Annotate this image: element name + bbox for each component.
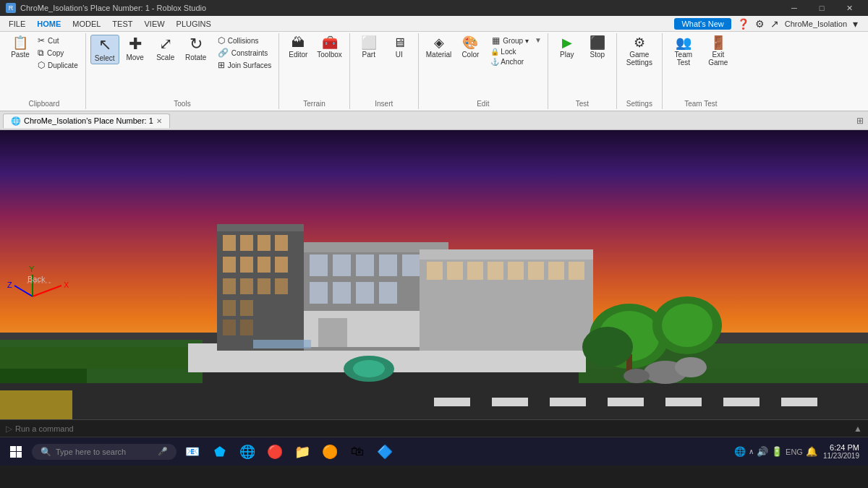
- svg-rect-53: [569, 262, 584, 280]
- menu-model[interactable]: MODEL: [67, 16, 106, 31]
- svg-rect-50: [508, 262, 524, 280]
- help-icon[interactable]: ❓: [736, 17, 751, 31]
- material-icon: ◈: [434, 36, 444, 49]
- svg-point-63: [582, 327, 633, 367]
- toolbox-button[interactable]: 🧰 Toolbox: [314, 35, 344, 60]
- viewport-tab[interactable]: 🌐 ChroMe_Isolation's Place Number: 1 ✕: [3, 114, 170, 128]
- lock-button[interactable]: 🔒 Lock: [489, 47, 532, 56]
- scene-svg: X Z Y Back: [0, 130, 868, 419]
- svg-rect-23: [275, 257, 288, 273]
- group-button[interactable]: ▦ Group ▾: [489, 35, 532, 46]
- tray-language-icon[interactable]: ENG: [786, 448, 803, 456]
- svg-rect-41: [333, 282, 351, 304]
- user-dropdown-icon[interactable]: ▾: [851, 17, 859, 31]
- tab-expand-button[interactable]: ⊞: [855, 114, 865, 127]
- terrain-group: 🏔 Editor 🧰 Toolbox Terrain: [279, 33, 349, 109]
- commandbar: ▷ ▲: [0, 419, 868, 437]
- taskbar-app-files[interactable]: 📁: [289, 439, 315, 465]
- join-surfaces-button[interactable]: ⊞ Join Surfaces: [215, 59, 275, 71]
- svg-rect-55: [318, 318, 347, 347]
- svg-rect-6: [550, 398, 586, 406]
- menu-plugins[interactable]: PLUGINS: [171, 16, 217, 31]
- brand-icon: 🟠: [322, 444, 338, 460]
- ribbon-content: 📋 Paste ✂ Cut ⧉ Copy ⬡ Duplicate: [0, 32, 868, 111]
- settings-icon[interactable]: ⚙: [754, 17, 766, 31]
- ui-button[interactable]: 🖥 UI: [385, 35, 414, 60]
- svg-rect-28: [223, 300, 236, 316]
- taskbar-time[interactable]: 6:24 PM 11/23/2019: [823, 443, 859, 460]
- tab-close-button[interactable]: ✕: [156, 117, 162, 125]
- move-button[interactable]: ✚ Move: [121, 35, 150, 63]
- svg-rect-18: [258, 235, 271, 251]
- tray-battery-icon[interactable]: 🔋: [771, 446, 783, 457]
- rotate-icon: ↻: [190, 36, 203, 52]
- editor-button[interactable]: 🏔 Editor: [284, 35, 312, 60]
- color-button[interactable]: 🎨 Color: [456, 35, 485, 60]
- insert-label: Insert: [354, 98, 414, 108]
- svg-point-62: [662, 304, 712, 347]
- tab-label: ChroMe_Isolation's Place Number: 1: [24, 116, 153, 125]
- edit-expand-button[interactable]: ▼: [533, 35, 543, 46]
- menu-file[interactable]: FILE: [3, 16, 31, 31]
- windows-icon: [10, 446, 22, 458]
- collisions-button[interactable]: ⬡ Collisions: [215, 35, 275, 46]
- minimize-button[interactable]: ─: [781, 0, 807, 16]
- taskbar-search[interactable]: 🔍 Type here to search 🎤: [32, 444, 176, 460]
- part-button[interactable]: ⬜ Part: [354, 35, 383, 60]
- stop-button[interactable]: ⬛ Stop: [583, 35, 612, 60]
- tray-volume-icon[interactable]: 🔊: [757, 446, 768, 457]
- duplicate-icon: ⬡: [38, 60, 45, 70]
- close-button[interactable]: ✕: [836, 0, 862, 16]
- start-button[interactable]: [3, 439, 29, 465]
- anchor-button[interactable]: ⚓ Anchor: [489, 57, 532, 67]
- clipboard-small: ✂ Cut ⧉ Copy ⬡ Duplicate: [35, 35, 81, 71]
- move-icon: ✚: [129, 36, 142, 52]
- taskbar-app-extra[interactable]: 🔷: [372, 439, 398, 465]
- taskbar-app-brand[interactable]: 🟠: [317, 439, 343, 465]
- constraints-icon: 🔗: [218, 48, 229, 58]
- game-settings-button[interactable]: ⚙ GameSettings: [621, 35, 658, 68]
- command-input[interactable]: [15, 424, 854, 433]
- edit-label: Edit: [423, 98, 543, 108]
- scale-button[interactable]: ⤢ Scale: [151, 35, 180, 63]
- command-expand-icon[interactable]: ▲: [854, 424, 862, 434]
- maximize-button[interactable]: □: [809, 0, 835, 16]
- svg-rect-40: [310, 282, 328, 304]
- menu-home[interactable]: HOME: [31, 16, 67, 31]
- tray-notify-icon[interactable]: 🔔: [806, 446, 817, 457]
- tray-network-icon[interactable]: 🌐: [734, 446, 746, 457]
- exit-game-button[interactable]: 🚪 ExitGame: [702, 35, 735, 68]
- copy-button[interactable]: ⧉ Copy: [35, 47, 81, 59]
- taskbar-app-store[interactable]: 🛍: [344, 439, 370, 465]
- svg-point-66: [624, 369, 650, 383]
- taskbar-app-roblox[interactable]: ⬟: [207, 439, 233, 465]
- toolbox-icon: 🧰: [322, 36, 338, 49]
- rotate-button[interactable]: ↻ Rotate: [182, 35, 210, 63]
- material-button[interactable]: ◈ Material: [423, 35, 455, 60]
- taskbar-app-mail[interactable]: 📧: [179, 439, 205, 465]
- test-group: ▶ Play ⬛ Stop Test: [548, 33, 617, 109]
- team-test-button[interactable]: 👥 TeamTest: [667, 35, 700, 68]
- insert-items: ⬜ Part 🖥 UI: [354, 35, 414, 98]
- menu-test[interactable]: TEST: [106, 16, 138, 31]
- window-controls[interactable]: ─ □ ✕: [781, 0, 862, 16]
- paste-button[interactable]: 📋 Paste: [7, 35, 33, 60]
- date-display: 11/23/2019: [823, 452, 859, 460]
- viewport[interactable]: X Z Y Back: [0, 130, 868, 419]
- taskbar-app-opera[interactable]: 🔴: [262, 439, 288, 465]
- edit-small: ▦ Group ▾ 🔒 Lock ⚓ Anchor: [489, 35, 532, 67]
- share-icon[interactable]: ↗: [769, 17, 780, 31]
- svg-rect-7: [608, 398, 644, 406]
- duplicate-button[interactable]: ⬡ Duplicate: [35, 59, 81, 71]
- tray-up-icon[interactable]: ∧: [749, 448, 754, 455]
- constraints-button[interactable]: 🔗 Constraints: [215, 47, 275, 59]
- select-button[interactable]: ↖ Select: [90, 35, 119, 64]
- tools-items: ↖ Select ✚ Move ⤢ Scale ↻ Rotate ⬡: [90, 35, 275, 98]
- menu-view[interactable]: VIEW: [138, 16, 170, 31]
- taskbar-app-edge[interactable]: 🌐: [234, 439, 260, 465]
- titlebar: R ChroMe_Isolation's Place Number: 1 - R…: [0, 0, 868, 16]
- opera-icon: 🔴: [267, 444, 283, 460]
- cut-button[interactable]: ✂ Cut: [35, 35, 81, 46]
- whats-new-button[interactable]: What's New: [674, 18, 731, 30]
- play-button[interactable]: ▶ Play: [553, 35, 582, 60]
